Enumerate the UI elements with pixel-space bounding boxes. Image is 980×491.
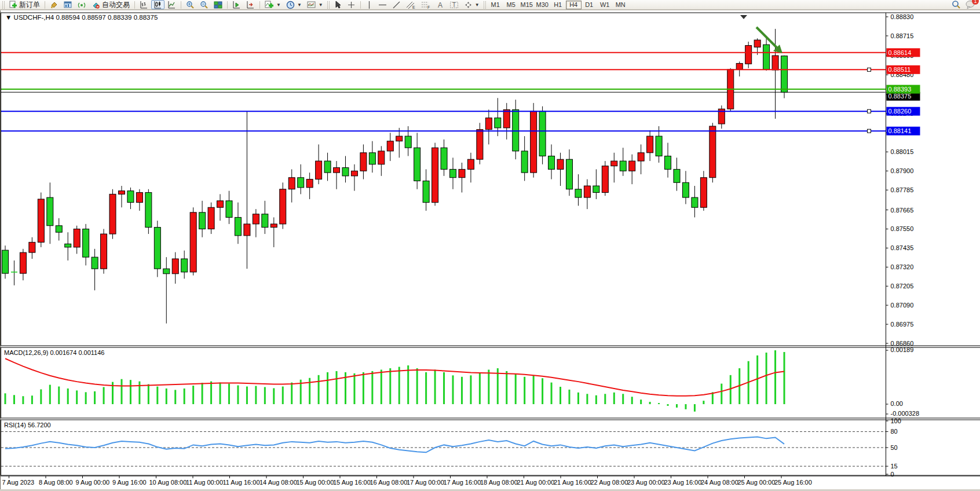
crosshair-button[interactable]: [345, 0, 358, 9]
macd-histogram-bar: [174, 390, 176, 404]
new-order-label: 新订单: [19, 0, 40, 10]
candle: [459, 169, 465, 177]
indicators-button[interactable]: ▼: [262, 0, 283, 9]
macd-histogram-bar: [542, 378, 543, 404]
price-axis-tick: 0.87435: [891, 244, 914, 251]
auto-scroll-button[interactable]: [230, 0, 243, 9]
macd-histogram-bar: [156, 386, 158, 404]
macd-histogram-bar: [560, 387, 561, 404]
notifications-button[interactable]: 1: [966, 0, 975, 9]
equidistant-channel-tool[interactable]: E: [404, 0, 418, 9]
line-chart-mode-button[interactable]: [165, 0, 178, 9]
candle: [262, 214, 268, 228]
horizontal-line-tool[interactable]: [376, 0, 389, 9]
autotrading-button[interactable]: 自动交易: [89, 0, 132, 9]
timeframe-H4[interactable]: H4: [566, 1, 582, 9]
candle: [288, 178, 295, 189]
candle: [566, 159, 572, 189]
tile-windows-button[interactable]: [211, 0, 225, 9]
candle: [414, 148, 420, 181]
timeframe-M30[interactable]: M30: [535, 1, 550, 9]
price-axis-tick: 0.86975: [891, 321, 914, 328]
price-chart[interactable]: 0.888300.887150.885950.884800.883600.882…: [1, 10, 980, 491]
rsi-axis-tick: 15: [891, 463, 898, 470]
chart-window-button[interactable]: [61, 0, 75, 9]
macd-histogram-bar: [613, 393, 615, 404]
candle: [65, 244, 71, 247]
search-icon[interactable]: [952, 0, 961, 9]
line-handle[interactable]: [868, 68, 871, 71]
zoom-in-button[interactable]: [184, 0, 197, 9]
candle: [772, 56, 778, 70]
trendline-tool[interactable]: [390, 0, 403, 9]
time-axis-label: 25 Aug 00:00: [738, 479, 776, 486]
macd-histogram-bar: [148, 384, 149, 404]
bar-chart-mode-button[interactable]: [137, 0, 151, 9]
styles-button[interactable]: [47, 0, 61, 9]
timeframe-H1[interactable]: H1: [550, 1, 566, 9]
candle: [656, 136, 662, 156]
arrows-tool[interactable]: ▼: [462, 0, 482, 9]
text-label-tool[interactable]: T: [447, 0, 461, 9]
line-handle[interactable]: [868, 109, 871, 113]
periods-button[interactable]: ▼: [284, 0, 304, 9]
candle: [217, 201, 224, 207]
svg-text:0.88393: 0.88393: [888, 86, 912, 93]
chart-title: ▼ USDCHF-,H4 0.88594 0.88597 0.88339 0.8…: [5, 14, 158, 21]
notification-badge: 1: [972, 0, 979, 5]
macd-histogram-bar: [604, 394, 606, 404]
chart-shift-button[interactable]: [244, 0, 257, 9]
macd-histogram-bar: [631, 397, 633, 404]
svg-text:0.88260: 0.88260: [888, 108, 912, 115]
signals-button[interactable]: [75, 0, 89, 9]
templates-button[interactable]: ▼: [305, 0, 326, 9]
macd-histogram-bar: [407, 365, 409, 404]
timeframe-W1[interactable]: W1: [597, 1, 613, 9]
bar-chart-icon: [140, 1, 148, 9]
macd-histogram-bar: [327, 372, 328, 404]
price-axis-tick: 0.87665: [891, 207, 914, 214]
rsi-axis-tick: 0: [891, 471, 894, 478]
macd-histogram-bar: [282, 386, 284, 404]
macd-histogram-bar: [13, 395, 15, 404]
timeframe-D1[interactable]: D1: [582, 1, 597, 9]
new-order-button[interactable]: 新订单: [6, 0, 42, 9]
chart-shift-icon: [246, 1, 255, 9]
macd-histogram-bar: [58, 386, 60, 404]
indicators-dropdown-arrow: ▼: [276, 2, 281, 8]
vertical-line-tool[interactable]: [363, 0, 375, 9]
candle: [306, 179, 313, 188]
macd-histogram-bar: [130, 380, 131, 404]
macd-histogram-bar: [5, 393, 6, 404]
timeframe-MN[interactable]: MN: [613, 1, 628, 9]
macd-axis-tick: 0.00: [891, 400, 903, 407]
periods-clock-icon: [286, 1, 295, 9]
text-tool[interactable]: A: [434, 0, 447, 9]
macd-histogram-bar: [228, 384, 230, 404]
time-axis-label: 21 Aug 16:00: [554, 479, 591, 486]
candle: [360, 153, 367, 171]
line-handle[interactable]: [868, 129, 871, 133]
candle: [342, 168, 349, 176]
price-axis-tick: 0.88830: [891, 13, 914, 20]
zoom-out-button[interactable]: [198, 0, 211, 9]
candle: [692, 197, 698, 207]
candle: [74, 229, 80, 247]
chart-window[interactable]: 0.888300.887150.885950.884800.883600.882…: [0, 10, 980, 489]
candlestick-mode-button[interactable]: [151, 0, 164, 9]
timeframe-M15[interactable]: M15: [519, 1, 535, 9]
candle: [226, 201, 232, 218]
time-axis-label: 21 Aug 00:00: [517, 479, 555, 486]
macd-histogram-bar: [363, 372, 364, 404]
macd-histogram-bar: [784, 352, 785, 404]
cursor-button[interactable]: [331, 0, 344, 9]
candle: [467, 159, 474, 169]
fibonacci-tool[interactable]: F: [419, 0, 433, 9]
candle: [736, 63, 743, 69]
macd-histogram-bar: [452, 375, 454, 404]
candle: [647, 136, 653, 153]
timeframe-M5[interactable]: M5: [503, 1, 519, 9]
timeframe-M1[interactable]: M1: [488, 1, 503, 9]
candle: [745, 46, 752, 64]
macd-histogram-bar: [434, 369, 436, 404]
